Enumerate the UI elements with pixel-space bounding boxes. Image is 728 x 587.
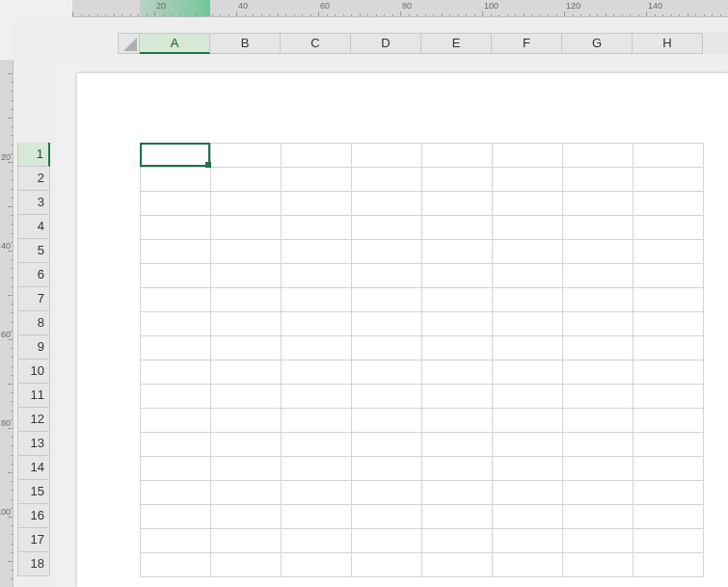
cell[interactable] — [493, 240, 563, 264]
cell[interactable] — [493, 312, 563, 336]
row-header-13[interactable]: 13 — [17, 432, 50, 456]
column-header-C[interactable]: C — [281, 33, 351, 54]
cell[interactable] — [211, 192, 282, 216]
row-header-1[interactable]: 1 — [17, 143, 50, 167]
horizontal-ruler[interactable]: 20406080100120140160 — [72, 0, 728, 17]
cell[interactable] — [352, 360, 422, 385]
cell[interactable] — [282, 288, 352, 312]
cell[interactable] — [422, 481, 493, 505]
cell[interactable] — [422, 144, 493, 168]
cell[interactable] — [634, 385, 704, 409]
cell[interactable] — [563, 312, 634, 336]
cell[interactable] — [493, 360, 563, 385]
cell[interactable] — [493, 553, 563, 577]
cell[interactable] — [563, 288, 634, 312]
cell[interactable] — [493, 529, 563, 553]
cell[interactable] — [634, 336, 704, 360]
column-header-E[interactable]: E — [421, 33, 492, 54]
cell[interactable] — [563, 505, 634, 529]
cell[interactable] — [141, 216, 211, 240]
row-header-15[interactable]: 15 — [17, 480, 50, 504]
cell[interactable] — [352, 336, 422, 360]
cell[interactable] — [563, 529, 634, 553]
cell[interactable] — [141, 529, 211, 553]
cell[interactable] — [211, 409, 282, 433]
cell[interactable] — [422, 264, 493, 288]
cell[interactable] — [634, 144, 704, 168]
cell[interactable] — [493, 264, 563, 288]
row-header-11[interactable]: 11 — [17, 384, 50, 408]
grid-table[interactable] — [140, 143, 704, 577]
cell[interactable] — [634, 264, 704, 288]
cell[interactable] — [563, 481, 634, 505]
row-header-4[interactable]: 4 — [17, 215, 50, 239]
cell[interactable] — [422, 553, 493, 577]
row-header-17[interactable]: 17 — [17, 528, 50, 552]
cell[interactable] — [141, 481, 211, 505]
cell[interactable] — [211, 457, 282, 481]
cell[interactable] — [282, 529, 352, 553]
cell[interactable] — [563, 240, 634, 264]
cell[interactable] — [352, 553, 422, 577]
cell[interactable] — [563, 216, 634, 240]
cell[interactable] — [141, 336, 211, 360]
cell[interactable] — [634, 288, 704, 312]
cell[interactable] — [141, 144, 211, 168]
cell[interactable] — [282, 144, 352, 168]
cell[interactable] — [352, 433, 422, 457]
cell[interactable] — [634, 433, 704, 457]
cell[interactable] — [634, 192, 704, 216]
cell[interactable] — [282, 216, 352, 240]
cell[interactable] — [422, 529, 493, 553]
row-header-18[interactable]: 18 — [17, 552, 50, 576]
column-header-A[interactable]: A — [140, 33, 210, 54]
cell[interactable] — [211, 433, 282, 457]
cell[interactable] — [282, 457, 352, 481]
cell[interactable] — [141, 192, 211, 216]
cell[interactable] — [282, 264, 352, 288]
cell[interactable] — [352, 529, 422, 553]
cell[interactable] — [211, 312, 282, 336]
cell[interactable] — [493, 385, 563, 409]
column-header-F[interactable]: F — [492, 33, 562, 54]
row-header-3[interactable]: 3 — [17, 191, 50, 215]
cell[interactable] — [493, 433, 563, 457]
cell[interactable] — [563, 192, 634, 216]
cell[interactable] — [352, 481, 422, 505]
cell[interactable] — [352, 409, 422, 433]
cell[interactable] — [282, 240, 352, 264]
cell[interactable] — [141, 385, 211, 409]
cell[interactable] — [282, 168, 352, 192]
row-header-6[interactable]: 6 — [17, 263, 50, 287]
cell[interactable] — [493, 216, 563, 240]
cell[interactable] — [211, 529, 282, 553]
cell[interactable] — [282, 336, 352, 360]
cell[interactable] — [563, 457, 634, 481]
cell[interactable] — [141, 264, 211, 288]
cell[interactable] — [282, 192, 352, 216]
vertical-ruler[interactable]: 20406080100120 — [0, 60, 13, 587]
cell[interactable] — [352, 192, 422, 216]
cell[interactable] — [211, 216, 282, 240]
cell[interactable] — [211, 144, 282, 168]
row-header-8[interactable]: 8 — [17, 311, 50, 335]
cell[interactable] — [634, 409, 704, 433]
cell[interactable] — [563, 144, 634, 168]
cell[interactable] — [493, 288, 563, 312]
cell[interactable] — [282, 505, 352, 529]
cell[interactable] — [141, 505, 211, 529]
cell[interactable] — [141, 168, 211, 192]
cell[interactable] — [563, 409, 634, 433]
cell[interactable] — [352, 264, 422, 288]
cell[interactable] — [563, 385, 634, 409]
cell[interactable] — [493, 336, 563, 360]
cell[interactable] — [634, 312, 704, 336]
cell[interactable] — [352, 288, 422, 312]
cell[interactable] — [493, 144, 563, 168]
cell[interactable] — [493, 457, 563, 481]
cell[interactable] — [634, 240, 704, 264]
cell[interactable] — [422, 240, 493, 264]
cell[interactable] — [493, 505, 563, 529]
cell-grid[interactable] — [140, 143, 704, 577]
cell[interactable] — [352, 312, 422, 336]
